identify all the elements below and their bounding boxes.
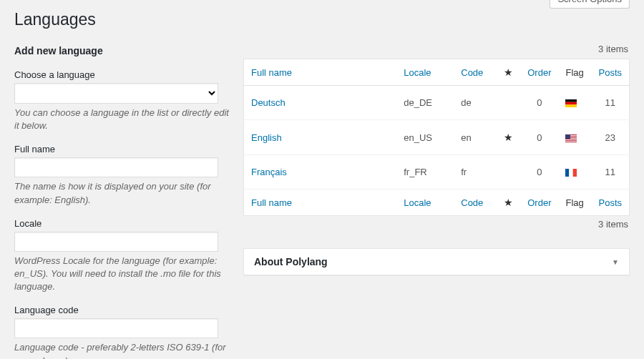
- col-header-full-name[interactable]: Full name: [251, 67, 292, 78]
- about-polylang-box: About Polylang ▼: [243, 248, 630, 275]
- language-code: fr: [454, 155, 497, 190]
- language-code: en: [454, 120, 497, 155]
- flag-icon: [565, 134, 577, 142]
- language-locale: en_US: [396, 120, 454, 155]
- language-locale: de_DE: [396, 86, 454, 120]
- col-footer-order[interactable]: Order: [527, 197, 551, 208]
- about-polylang-toggle[interactable]: About Polylang ▼: [244, 249, 629, 275]
- language-posts: 23: [591, 120, 629, 155]
- col-footer-full-name[interactable]: Full name: [251, 197, 292, 208]
- table-row: Deutschde_DEde011: [244, 86, 630, 120]
- star-icon[interactable]: ★: [504, 132, 513, 143]
- language-posts: 11: [591, 86, 629, 120]
- form-section-title: Add new language: [14, 45, 229, 56]
- page-title: Languages: [14, 10, 630, 29]
- locale-input[interactable]: [14, 232, 218, 252]
- language-order: 0: [520, 155, 558, 190]
- star-icon[interactable]: ★: [504, 67, 513, 78]
- table-row: Englishen_USen★023: [244, 120, 630, 155]
- col-header-code[interactable]: Code: [461, 67, 483, 78]
- col-header-flag: Flag: [565, 67, 583, 78]
- language-order: 0: [520, 120, 558, 155]
- language-order: 0: [520, 86, 558, 120]
- items-count-top: 3 items: [243, 44, 628, 54]
- col-header-posts[interactable]: Posts: [598, 67, 622, 78]
- col-footer-locale[interactable]: Locale: [404, 197, 431, 208]
- col-header-locale[interactable]: Locale: [404, 67, 431, 78]
- flag-icon: [565, 169, 577, 177]
- language-locale: fr_FR: [396, 155, 454, 190]
- choose-language-select[interactable]: [14, 83, 218, 104]
- language-name-link[interactable]: English: [251, 132, 282, 143]
- col-header-order[interactable]: Order: [527, 67, 551, 78]
- locale-help: WordPress Locale for the language (for e…: [14, 255, 229, 294]
- flag-icon: [565, 99, 577, 107]
- col-footer-posts[interactable]: Posts: [598, 197, 622, 208]
- language-code-help: Language code - preferably 2-letters ISO…: [14, 341, 229, 359]
- col-footer-code[interactable]: Code: [461, 197, 483, 208]
- language-posts: 11: [591, 155, 629, 190]
- chevron-down-icon: ▼: [612, 258, 619, 266]
- star-icon[interactable]: ★: [504, 197, 513, 208]
- languages-table: Full name Locale Code ★ Order Flag Posts…: [243, 59, 630, 216]
- full-name-input[interactable]: [14, 157, 218, 177]
- add-language-form: Add new language Choose a language You c…: [14, 41, 229, 359]
- language-name-link[interactable]: Deutsch: [251, 97, 286, 108]
- items-count-bottom: 3 items: [243, 219, 628, 230]
- language-code-label: Language code: [14, 305, 229, 315]
- language-code-input[interactable]: [14, 318, 218, 338]
- full-name-help: The name is how it is displayed on your …: [14, 180, 229, 206]
- about-polylang-title: About Polylang: [254, 256, 328, 267]
- language-code: de: [454, 86, 497, 120]
- choose-language-help: You can choose a language in the list or…: [14, 107, 229, 132]
- locale-label: Locale: [14, 218, 229, 229]
- col-footer-flag: Flag: [565, 197, 583, 208]
- table-row: Françaisfr_FRfr011: [244, 155, 630, 190]
- choose-language-label: Choose a language: [14, 69, 229, 80]
- full-name-label: Full name: [14, 144, 229, 154]
- language-name-link[interactable]: Français: [251, 167, 287, 177]
- screen-options-button[interactable]: Screen Options: [550, 0, 630, 9]
